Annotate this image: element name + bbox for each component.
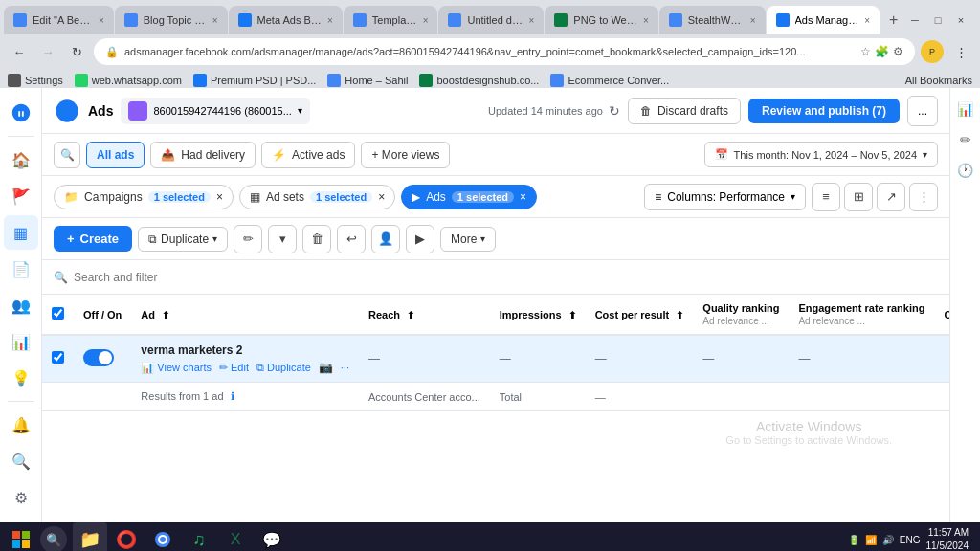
tab-meta-ads[interactable]: Meta Ads Be... × xyxy=(229,6,343,34)
maximize-button[interactable]: □ xyxy=(930,12,946,28)
sidebar-icon-people[interactable]: 👥 xyxy=(4,288,38,322)
more-options-button[interactable]: ⋮ xyxy=(909,183,938,211)
right-panel-icon-clock[interactable]: 🕐 xyxy=(952,157,979,184)
date-range-picker[interactable]: 📅 This month: Nov 1, 2024 – Nov 5, 2024 … xyxy=(704,142,938,167)
start-button[interactable] xyxy=(4,522,38,551)
tab-ads-manager[interactable]: Ads Manage... × xyxy=(767,6,880,34)
reload-button[interactable]: ↻ xyxy=(65,40,88,63)
column-header-ad[interactable]: Ad ⬆ xyxy=(131,295,359,335)
bookmark-star-icon[interactable]: ☆ xyxy=(860,45,871,58)
column-header-quality[interactable]: Quality ranking Ad relevance ... xyxy=(693,295,789,335)
profile-button[interactable]: P xyxy=(921,40,944,63)
had-delivery-filter[interactable]: 📤 Had delivery xyxy=(150,142,256,168)
select-all-checkbox[interactable] xyxy=(42,295,74,335)
tab-close[interactable]: × xyxy=(99,15,104,26)
tab-close[interactable]: × xyxy=(212,15,218,26)
view-columns-button[interactable]: ⊞ xyxy=(844,183,873,211)
active-ads-filter[interactable]: ⚡ Active ads xyxy=(261,142,355,168)
view-charts-link[interactable]: 📊 View charts xyxy=(141,362,212,374)
right-panel-icon-edit[interactable]: ✏ xyxy=(952,126,979,153)
sidebar-icon-meta[interactable] xyxy=(4,96,38,130)
edit-button[interactable]: ✏ xyxy=(234,225,262,253)
ads-chip-close[interactable]: × xyxy=(520,190,526,204)
create-button[interactable]: + Create xyxy=(54,226,132,252)
column-header-impressions[interactable]: Impressions ⬆ xyxy=(490,295,586,335)
right-panel-icon-chart[interactable]: 📊 xyxy=(952,96,979,122)
column-header-c[interactable]: C xyxy=(934,295,949,335)
new-tab-button[interactable]: + xyxy=(880,7,906,33)
edit-chevron-button[interactable]: ▾ xyxy=(268,225,297,253)
tab-edit[interactable]: Edit "A Begi... × xyxy=(4,6,114,34)
adsets-chip-close[interactable]: × xyxy=(378,190,385,204)
checkbox-all[interactable] xyxy=(52,307,64,320)
view-rows-button[interactable]: ≡ xyxy=(812,183,840,211)
bookmark-boost[interactable]: boostdesignshub.co... xyxy=(419,74,539,87)
search-input[interactable] xyxy=(74,271,938,284)
tab-close[interactable]: × xyxy=(528,15,534,26)
tab-close[interactable]: × xyxy=(750,15,756,26)
row-checkbox[interactable] xyxy=(42,335,74,383)
profile-icon[interactable]: ⚙ xyxy=(893,45,903,58)
close-button[interactable]: × xyxy=(953,12,969,28)
edit-link[interactable]: ✏ Edit xyxy=(219,362,249,374)
tab-png[interactable]: PNG to Web... × xyxy=(545,6,657,34)
more-actions-button[interactable]: More ▾ xyxy=(440,227,496,252)
campaigns-chip[interactable]: 📁 Campaigns 1 selected × xyxy=(54,185,234,209)
bookmark-settings[interactable]: Settings xyxy=(8,74,63,87)
discard-drafts-button[interactable]: 🗑 Discard drafts xyxy=(628,98,741,124)
sidebar-icon-bell[interactable]: 🔔 xyxy=(4,408,38,442)
ads-chip[interactable]: ▶ Ads 1 selected × xyxy=(401,185,537,209)
sidebar-icon-settings[interactable]: ⚙ xyxy=(4,480,38,515)
preview-button[interactable]: ▶ xyxy=(406,225,434,253)
sidebar-icon-bulb[interactable]: 💡 xyxy=(4,361,38,395)
column-header-engagement[interactable]: Engagement rate ranking Ad relevance ... xyxy=(789,295,934,335)
url-bar[interactable]: 🔒 adsmanager.facebook.com/adsmanager/man… xyxy=(94,38,915,65)
all-ads-filter[interactable]: All ads xyxy=(86,142,145,168)
sidebar-icon-chart[interactable]: 📊 xyxy=(4,324,38,359)
taskbar-app-spotify[interactable]: ♫ xyxy=(182,522,216,551)
column-header-reach[interactable]: Reach ⬆ xyxy=(359,295,490,335)
review-publish-button[interactable]: Review and publish (7) xyxy=(748,99,900,123)
sidebar-icon-search[interactable]: 🔍 xyxy=(4,444,38,478)
checkbox-row[interactable] xyxy=(52,351,64,364)
columns-performance-button[interactable]: ≡ Columns: Performance ▾ xyxy=(644,184,806,210)
taskbar-app-explorer[interactable]: 📁 xyxy=(73,522,107,551)
tab-close[interactable]: × xyxy=(423,15,429,26)
tab-untitled[interactable]: Untitled de... × xyxy=(438,6,544,34)
bookmark-ecom[interactable]: Ecommerce Conver... xyxy=(550,74,669,87)
sidebar-icon-pages[interactable]: 📄 xyxy=(4,252,38,286)
tab-close[interactable]: × xyxy=(327,15,333,26)
row-toggle[interactable] xyxy=(74,335,131,383)
bookmark-home[interactable]: Home – Sahil xyxy=(327,74,408,87)
tab-templates[interactable]: Templates × xyxy=(344,6,438,34)
delete-button[interactable]: 🗑 xyxy=(302,225,331,253)
forward-button[interactable]: → xyxy=(36,40,59,63)
sidebar-icon-home[interactable]: 🏠 xyxy=(4,143,38,177)
tab-stealth[interactable]: StealthWrit... × xyxy=(659,6,766,34)
taskbar-search-button[interactable]: 🔍 xyxy=(40,526,67,551)
filter-search-button[interactable]: 🔍 xyxy=(54,142,80,168)
taskbar-app-opera[interactable]: ⭕ xyxy=(109,522,144,551)
back-button[interactable]: ← xyxy=(8,40,31,63)
all-bookmarks-button[interactable]: All Bookmarks xyxy=(905,75,972,86)
tab-blog[interactable]: Blog Topic S... × xyxy=(115,6,228,34)
tray-datetime[interactable]: 11:57 AM 11/5/2024 xyxy=(926,526,969,551)
taskbar-app-msg[interactable]: 💬 xyxy=(255,522,289,551)
refresh-button[interactable]: ↻ xyxy=(609,103,620,119)
duplicate-link[interactable]: ⧉ Duplicate xyxy=(256,362,311,374)
sidebar-icon-ads[interactable]: ▦ xyxy=(4,215,38,250)
ad-more-link[interactable]: ··· xyxy=(341,362,349,373)
tab-close[interactable]: × xyxy=(864,15,870,26)
taskbar-app-chrome[interactable] xyxy=(145,522,180,551)
minimize-button[interactable]: ─ xyxy=(907,12,923,28)
export-button[interactable]: ↗ xyxy=(877,183,905,211)
column-header-cost[interactable]: Cost per result ⬆ xyxy=(586,295,694,335)
menu-button[interactable]: ⋮ xyxy=(949,40,972,63)
extension-icon[interactable]: 🧩 xyxy=(875,45,889,58)
bookmark-psd[interactable]: Premium PSD | PSD... xyxy=(193,74,316,87)
account-selector[interactable]: 860015942744196 (860015... ▾ xyxy=(121,98,309,124)
sidebar-icon-flag[interactable]: 🚩 xyxy=(4,179,38,213)
more-views-button[interactable]: + More views xyxy=(361,142,450,168)
tab-close[interactable]: × xyxy=(643,15,649,26)
people-button[interactable]: 👤 xyxy=(371,225,400,253)
